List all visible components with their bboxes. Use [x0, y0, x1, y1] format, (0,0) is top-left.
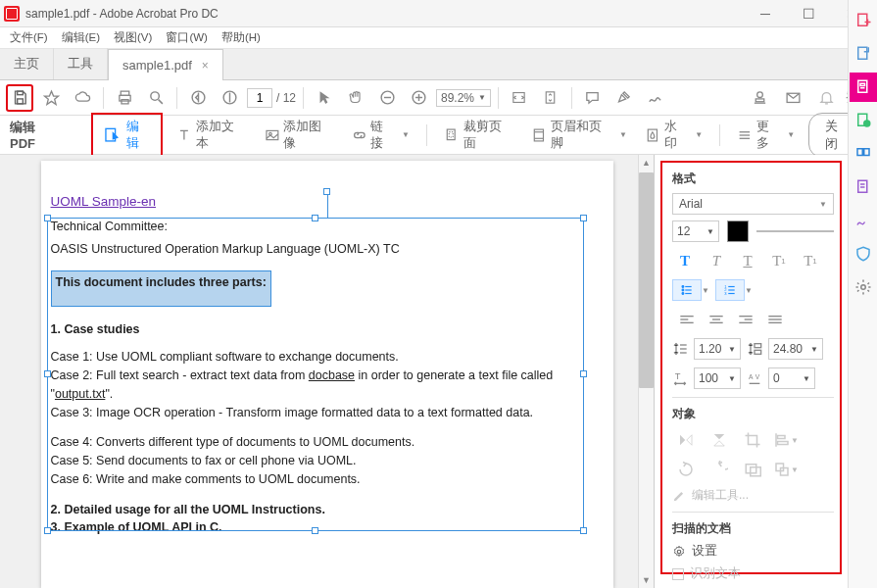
notify-button[interactable]	[812, 84, 840, 112]
tab-file[interactable]: sample1.pdf ×	[108, 49, 223, 80]
color-swatch[interactable]	[727, 220, 749, 242]
zoom-select[interactable]: 89.2%▼	[436, 89, 491, 107]
para-spacing-input[interactable]: 24.80▼	[768, 338, 823, 360]
svg-rect-73	[778, 436, 786, 439]
menu-file[interactable]: 文件(F)	[6, 28, 52, 47]
menu-view[interactable]: 视图(V)	[110, 28, 156, 47]
menu-help[interactable]: 帮助(H)	[218, 28, 265, 47]
underline-button[interactable]: T	[735, 250, 760, 271]
prev-page-button[interactable]	[184, 84, 212, 112]
pointer-tool[interactable]	[311, 84, 338, 112]
superscript-button[interactable]: T1	[766, 250, 792, 271]
maximize-button[interactable]: ☐	[787, 0, 830, 27]
svg-rect-29	[534, 129, 543, 141]
bullet-list-button[interactable]	[672, 279, 702, 301]
fit-width-button[interactable]	[506, 84, 533, 112]
rail-redact-icon[interactable]	[850, 172, 877, 202]
watermark-button[interactable]: 水印▼	[641, 116, 706, 155]
recognize-text-checkbox[interactable]: 识别文本	[672, 565, 834, 582]
print-button[interactable]	[111, 84, 138, 112]
save-button[interactable]	[6, 84, 33, 112]
add-text-button[interactable]: 添加文本	[172, 116, 250, 155]
arrange-button[interactable]: ▼	[772, 458, 800, 481]
format-heading: 格式	[672, 171, 834, 187]
menu-window[interactable]: 窗口(W)	[162, 28, 212, 47]
rail-sign-icon[interactable]	[850, 206, 877, 235]
align-left-button[interactable]	[672, 309, 702, 330]
page-total: / 12	[276, 91, 296, 105]
rail-edit-icon[interactable]	[850, 73, 877, 102]
char-spacing-input[interactable]: 0▼	[768, 368, 815, 389]
tab-close-icon[interactable]: ×	[202, 59, 209, 73]
hand-tool[interactable]	[342, 84, 369, 112]
font-select[interactable]: Arial▼	[672, 193, 834, 215]
rail-export-icon[interactable]	[850, 39, 877, 69]
fit-page-button[interactable]	[537, 84, 564, 112]
add-image-button[interactable]: 添加图像	[261, 116, 338, 155]
svg-point-38	[682, 289, 684, 291]
crop-obj-button[interactable]	[739, 428, 766, 452]
rail-organize-icon[interactable]	[850, 139, 877, 169]
rotate-ccw-button[interactable]	[672, 458, 700, 481]
vertical-scrollbar[interactable]: ▲ ▼	[638, 155, 654, 588]
svg-rect-80	[857, 14, 866, 25]
rail-create-icon[interactable]	[850, 6, 877, 35]
format-panel: 格式 Arial▼ 12▼ T T T T1 T1 ▼ 123 ▼	[660, 161, 842, 574]
zoom-in-button[interactable]	[405, 84, 432, 112]
text-selection-box[interactable]	[47, 218, 584, 531]
scroll-thumb[interactable]	[639, 172, 654, 388]
svg-rect-0	[17, 91, 23, 95]
align-obj-button[interactable]: ▼	[772, 428, 800, 452]
italic-button[interactable]: T	[704, 250, 729, 271]
bold-button[interactable]: T	[672, 250, 698, 271]
settings-link[interactable]: 设置	[672, 543, 834, 560]
scroll-up-icon[interactable]: ▲	[639, 155, 654, 171]
mail-button[interactable]	[779, 84, 806, 112]
zoom-out-button[interactable]	[373, 84, 401, 112]
stamp-button[interactable]	[746, 84, 773, 112]
align-justify-button[interactable]	[760, 309, 790, 330]
tab-file-label: sample1.pdf	[122, 58, 192, 73]
cloud-button[interactable]	[69, 84, 96, 112]
highlight-button[interactable]	[610, 84, 638, 112]
pdf-page[interactable]: UOML Sample-en Technical Committee: OASI…	[41, 161, 613, 588]
number-list-button[interactable]: 123	[715, 279, 745, 301]
more-button[interactable]: 更多▼	[733, 116, 799, 155]
line-spacing-input[interactable]: 1.20▼	[694, 338, 741, 360]
rail-more-icon[interactable]	[850, 272, 877, 302]
link-button[interactable]: 链接▼	[348, 116, 414, 155]
edit-pdf-label: 编辑 PDF	[10, 119, 64, 151]
next-page-button[interactable]	[216, 84, 243, 112]
search-button[interactable]	[142, 84, 170, 112]
svg-rect-28	[449, 131, 453, 136]
header-footer-button[interactable]: 页眉和页脚▼	[527, 116, 631, 155]
comment-button[interactable]	[579, 84, 607, 112]
tab-home[interactable]: 主页	[0, 48, 54, 79]
page-input[interactable]	[247, 88, 272, 108]
svg-rect-63	[755, 344, 761, 348]
tab-tools[interactable]: 工具	[54, 48, 108, 79]
rail-comment-icon[interactable]	[850, 106, 877, 135]
svg-marker-10	[319, 91, 329, 104]
align-right-button[interactable]	[731, 309, 760, 330]
page-counter: / 12	[247, 88, 296, 108]
replace-image-button[interactable]	[739, 458, 766, 481]
objects-heading: 对象	[672, 406, 834, 422]
minimize-button[interactable]: ─	[744, 0, 787, 27]
menu-edit[interactable]: 编辑(E)	[58, 28, 104, 47]
flip-v-button[interactable]	[706, 428, 733, 452]
star-button[interactable]	[37, 84, 65, 112]
scroll-down-icon[interactable]: ▼	[639, 572, 654, 588]
svg-point-6	[150, 92, 159, 101]
subscript-button[interactable]: T1	[798, 250, 823, 271]
rotate-cw-button[interactable]	[706, 458, 733, 481]
flip-h-button[interactable]	[672, 428, 700, 452]
horiz-scale-input[interactable]: 100▼	[694, 368, 741, 389]
rail-protect-icon[interactable]	[850, 239, 877, 269]
edit-tools-link[interactable]: 编辑工具...	[672, 487, 834, 504]
crop-button[interactable]: 裁剪页面	[440, 116, 517, 155]
font-size-input[interactable]: 12▼	[672, 220, 719, 242]
edit-button[interactable]: 编辑	[91, 113, 163, 158]
sign-button[interactable]	[642, 84, 669, 112]
align-center-button[interactable]	[702, 309, 731, 330]
